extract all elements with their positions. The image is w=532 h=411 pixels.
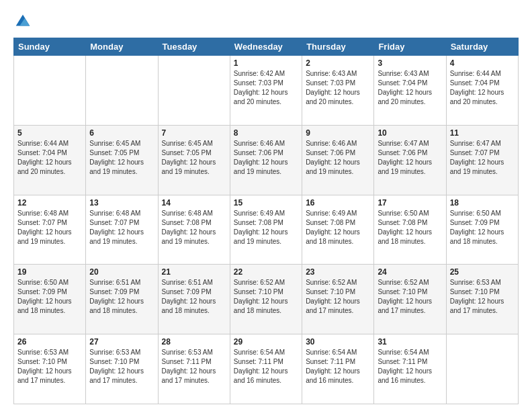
calendar-header-tuesday: Tuesday	[158, 38, 230, 56]
calendar-cell: 10Sunrise: 6:47 AM Sunset: 7:06 PM Dayli…	[374, 125, 446, 195]
day-number: 17	[378, 198, 442, 208]
calendar-cell: 6Sunrise: 6:45 AM Sunset: 7:05 PM Daylig…	[86, 125, 158, 195]
calendar-header-wednesday: Wednesday	[230, 38, 302, 56]
day-info: Sunrise: 6:48 AM Sunset: 7:08 PM Dayligh…	[162, 209, 226, 246]
day-number: 22	[234, 267, 298, 277]
day-info: Sunrise: 6:43 AM Sunset: 7:04 PM Dayligh…	[378, 69, 442, 107]
day-number: 15	[234, 198, 298, 208]
day-info: Sunrise: 6:46 AM Sunset: 7:06 PM Dayligh…	[234, 139, 298, 177]
day-info: Sunrise: 6:52 AM Sunset: 7:10 PM Dayligh…	[378, 278, 442, 316]
day-number: 31	[378, 337, 442, 347]
day-info: Sunrise: 6:51 AM Sunset: 7:09 PM Dayligh…	[162, 278, 226, 316]
calendar-cell: 30Sunrise: 6:54 AM Sunset: 7:11 PM Dayli…	[302, 334, 374, 404]
calendar-cell: 22Sunrise: 6:52 AM Sunset: 7:10 PM Dayli…	[230, 265, 302, 334]
day-number: 27	[89, 337, 154, 347]
calendar-cell: 27Sunrise: 6:53 AM Sunset: 7:10 PM Dayli…	[86, 334, 158, 404]
calendar-header-monday: Monday	[86, 38, 158, 56]
calendar-cell: 17Sunrise: 6:50 AM Sunset: 7:08 PM Dayli…	[374, 195, 446, 265]
calendar-header-friday: Friday	[374, 38, 446, 56]
calendar-cell	[86, 56, 158, 126]
day-info: Sunrise: 6:50 AM Sunset: 7:09 PM Dayligh…	[450, 209, 515, 246]
calendar-cell: 25Sunrise: 6:53 AM Sunset: 7:10 PM Dayli…	[446, 265, 518, 334]
calendar-cell: 8Sunrise: 6:46 AM Sunset: 7:06 PM Daylig…	[230, 125, 302, 195]
calendar-cell: 28Sunrise: 6:53 AM Sunset: 7:11 PM Dayli…	[158, 334, 230, 404]
day-number: 28	[162, 337, 226, 347]
calendar-cell: 13Sunrise: 6:48 AM Sunset: 7:07 PM Dayli…	[86, 195, 158, 265]
day-info: Sunrise: 6:43 AM Sunset: 7:03 PM Dayligh…	[306, 69, 370, 107]
logo-icon	[13, 12, 32, 31]
calendar-cell: 18Sunrise: 6:50 AM Sunset: 7:09 PM Dayli…	[446, 195, 518, 265]
day-info: Sunrise: 6:51 AM Sunset: 7:09 PM Dayligh…	[89, 278, 154, 316]
calendar: SundayMondayTuesdayWednesdayThursdayFrid…	[13, 38, 519, 404]
day-info: Sunrise: 6:53 AM Sunset: 7:10 PM Dayligh…	[450, 278, 515, 316]
day-info: Sunrise: 6:47 AM Sunset: 7:06 PM Dayligh…	[378, 139, 442, 177]
header	[13, 12, 519, 31]
day-number: 10	[378, 128, 442, 138]
day-info: Sunrise: 6:53 AM Sunset: 7:10 PM Dayligh…	[89, 348, 154, 385]
day-number: 25	[450, 267, 515, 277]
calendar-cell: 24Sunrise: 6:52 AM Sunset: 7:10 PM Dayli…	[374, 265, 446, 334]
calendar-cell: 21Sunrise: 6:51 AM Sunset: 7:09 PM Dayli…	[158, 265, 230, 334]
day-number: 9	[306, 128, 370, 138]
calendar-cell: 4Sunrise: 6:44 AM Sunset: 7:04 PM Daylig…	[446, 56, 518, 126]
day-number: 30	[306, 337, 370, 347]
calendar-cell: 15Sunrise: 6:49 AM Sunset: 7:08 PM Dayli…	[230, 195, 302, 265]
day-number: 16	[306, 198, 370, 208]
day-number: 18	[450, 198, 515, 208]
calendar-cell: 19Sunrise: 6:50 AM Sunset: 7:09 PM Dayli…	[14, 265, 86, 334]
day-info: Sunrise: 6:54 AM Sunset: 7:11 PM Dayligh…	[306, 348, 370, 385]
calendar-week-3: 12Sunrise: 6:48 AM Sunset: 7:07 PM Dayli…	[14, 195, 519, 265]
day-number: 5	[17, 128, 82, 138]
calendar-cell	[158, 56, 230, 126]
day-info: Sunrise: 6:50 AM Sunset: 7:09 PM Dayligh…	[17, 278, 82, 316]
day-number: 3	[378, 58, 442, 68]
calendar-cell: 14Sunrise: 6:48 AM Sunset: 7:08 PM Dayli…	[158, 195, 230, 265]
calendar-cell	[14, 56, 86, 126]
day-info: Sunrise: 6:44 AM Sunset: 7:04 PM Dayligh…	[17, 139, 82, 177]
day-info: Sunrise: 6:54 AM Sunset: 7:11 PM Dayligh…	[378, 348, 442, 385]
day-info: Sunrise: 6:44 AM Sunset: 7:04 PM Dayligh…	[450, 69, 515, 107]
calendar-week-4: 19Sunrise: 6:50 AM Sunset: 7:09 PM Dayli…	[14, 265, 519, 334]
day-number: 20	[89, 267, 154, 277]
calendar-cell: 16Sunrise: 6:49 AM Sunset: 7:08 PM Dayli…	[302, 195, 374, 265]
day-number: 8	[234, 128, 298, 138]
day-number: 23	[306, 267, 370, 277]
day-number: 12	[17, 198, 82, 208]
day-info: Sunrise: 6:53 AM Sunset: 7:10 PM Dayligh…	[17, 348, 82, 385]
calendar-cell: 3Sunrise: 6:43 AM Sunset: 7:04 PM Daylig…	[374, 56, 446, 126]
calendar-cell: 31Sunrise: 6:54 AM Sunset: 7:11 PM Dayli…	[374, 334, 446, 404]
day-info: Sunrise: 6:48 AM Sunset: 7:07 PM Dayligh…	[17, 209, 82, 246]
calendar-cell: 23Sunrise: 6:52 AM Sunset: 7:10 PM Dayli…	[302, 265, 374, 334]
day-info: Sunrise: 6:50 AM Sunset: 7:08 PM Dayligh…	[378, 209, 442, 246]
day-info: Sunrise: 6:52 AM Sunset: 7:10 PM Dayligh…	[306, 278, 370, 316]
day-info: Sunrise: 6:46 AM Sunset: 7:06 PM Dayligh…	[306, 139, 370, 177]
calendar-cell: 11Sunrise: 6:47 AM Sunset: 7:07 PM Dayli…	[446, 125, 518, 195]
day-info: Sunrise: 6:49 AM Sunset: 7:08 PM Dayligh…	[306, 209, 370, 246]
day-number: 19	[17, 267, 82, 277]
calendar-week-5: 26Sunrise: 6:53 AM Sunset: 7:10 PM Dayli…	[14, 334, 519, 404]
calendar-week-1: 1Sunrise: 6:42 AM Sunset: 7:03 PM Daylig…	[14, 56, 519, 126]
day-number: 29	[234, 337, 298, 347]
calendar-header-sunday: Sunday	[14, 38, 86, 56]
day-number: 21	[162, 267, 226, 277]
page: SundayMondayTuesdayWednesdayThursdayFrid…	[0, 0, 532, 411]
day-number: 4	[450, 58, 515, 68]
calendar-cell: 7Sunrise: 6:45 AM Sunset: 7:05 PM Daylig…	[158, 125, 230, 195]
day-number: 2	[306, 58, 370, 68]
day-info: Sunrise: 6:45 AM Sunset: 7:05 PM Dayligh…	[89, 139, 154, 177]
day-info: Sunrise: 6:48 AM Sunset: 7:07 PM Dayligh…	[89, 209, 154, 246]
day-number: 1	[234, 58, 298, 68]
day-info: Sunrise: 6:53 AM Sunset: 7:11 PM Dayligh…	[162, 348, 226, 385]
calendar-cell: 2Sunrise: 6:43 AM Sunset: 7:03 PM Daylig…	[302, 56, 374, 126]
calendar-cell: 5Sunrise: 6:44 AM Sunset: 7:04 PM Daylig…	[14, 125, 86, 195]
day-info: Sunrise: 6:52 AM Sunset: 7:10 PM Dayligh…	[234, 278, 298, 316]
calendar-header-saturday: Saturday	[446, 38, 518, 56]
calendar-cell: 1Sunrise: 6:42 AM Sunset: 7:03 PM Daylig…	[230, 56, 302, 126]
calendar-cell: 20Sunrise: 6:51 AM Sunset: 7:09 PM Dayli…	[86, 265, 158, 334]
day-info: Sunrise: 6:45 AM Sunset: 7:05 PM Dayligh…	[162, 139, 226, 177]
calendar-cell: 9Sunrise: 6:46 AM Sunset: 7:06 PM Daylig…	[302, 125, 374, 195]
calendar-week-2: 5Sunrise: 6:44 AM Sunset: 7:04 PM Daylig…	[14, 125, 519, 195]
calendar-cell	[446, 334, 518, 404]
day-number: 24	[378, 267, 442, 277]
calendar-header-thursday: Thursday	[302, 38, 374, 56]
